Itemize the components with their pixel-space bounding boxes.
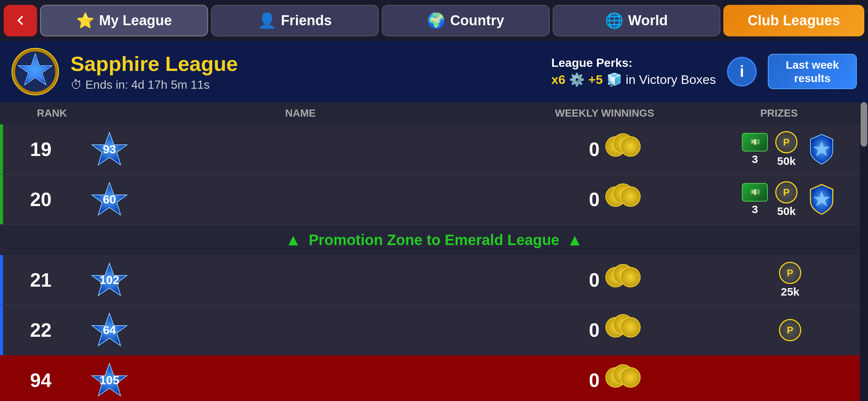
player-level: 64 — [103, 323, 116, 337]
player-avatar: 105 — [89, 360, 130, 401]
cash-value: 3 — [752, 203, 758, 216]
col-rank: RANK — [11, 107, 93, 119]
rank-cell: 94 — [0, 369, 82, 391]
name-cell: 64 — [82, 310, 519, 351]
info-button[interactable]: i — [727, 57, 757, 87]
prizes-cell: P — [712, 319, 868, 341]
timer-value: 4d 17h 5m 11s — [131, 78, 210, 92]
league-title: Sapphire League — [70, 52, 540, 76]
promotion-zone-label: Promotion Zone to Emerald League — [309, 232, 559, 248]
prize-tokens: P 50k — [775, 131, 798, 167]
rank-value: 19 — [30, 138, 52, 160]
table-body: 19 93 0 — [0, 124, 868, 401]
rank-cell: 20 — [0, 188, 82, 211]
col-winnings: WEEKLY WINNINGS — [508, 107, 701, 119]
tab-my-league-label: My League — [99, 13, 172, 29]
tokens-value: 50k — [777, 205, 796, 218]
player-avatar: 102 — [89, 260, 130, 300]
tokens-value: 50k — [777, 155, 796, 167]
sapphire-gold-badge-icon — [805, 183, 838, 216]
row-bar-blue — [0, 305, 3, 355]
name-cell: 102 — [82, 260, 519, 300]
token-icon: P — [775, 181, 798, 203]
row-bar-green — [0, 124, 3, 174]
tab-country[interactable]: 🌍 Country — [382, 5, 550, 36]
winnings-cell: 0 — [519, 367, 712, 393]
league-perks: League Perks: x6 ⚙️ +5 🧊 in Victory Boxe… — [551, 56, 716, 87]
country-icon: 🌍 — [427, 12, 445, 29]
back-button[interactable] — [4, 5, 37, 36]
player-level: 105 — [99, 374, 119, 387]
winnings-cell: 0 — [519, 186, 712, 212]
winnings-cell: 0 — [519, 317, 712, 343]
perks-row: x6 ⚙️ +5 🧊 in Victory Boxes — [551, 72, 716, 87]
table-row: 22 64 0 P — [0, 305, 868, 355]
player-avatar: 60 — [89, 179, 130, 220]
perks-suffix: in Victory Boxes — [626, 72, 716, 87]
tab-my-league[interactable]: ⭐ My League — [40, 5, 208, 36]
rank-cell: 21 — [0, 269, 82, 291]
coins-icon — [605, 186, 642, 212]
row-bar-green — [0, 175, 3, 224]
winnings-cell: 0 — [519, 267, 712, 293]
perks-title: League Perks: — [551, 56, 632, 70]
club-leagues-label: Club Leagues — [747, 13, 840, 29]
coins-icon — [605, 317, 642, 343]
rank-value: 22 — [30, 319, 52, 341]
table-row-highlighted: 94 105 0 — [0, 355, 868, 401]
winnings-value: 0 — [589, 138, 600, 160]
col-prizes: PRIZES — [701, 107, 857, 119]
scrollbar-thumb[interactable] — [861, 102, 867, 147]
tab-country-label: Country — [450, 13, 504, 29]
table-row: 20 60 0 💵 3 P 50k — [0, 175, 868, 225]
player-level: 102 — [99, 273, 119, 287]
league-header: Sapphire League ⏱ Ends in: 4d 17h 5m 11s… — [0, 41, 868, 102]
prizes-cell: 💵 3 P 50k — [712, 181, 868, 218]
name-cell: 105 — [82, 360, 519, 401]
cash-icon: 💵 — [742, 133, 768, 151]
top-navigation: ⭐ My League 👤 Friends 🌍 Country 🌐 World … — [0, 0, 868, 41]
name-cell: 60 — [82, 179, 519, 220]
cash-value: 3 — [752, 153, 758, 166]
cash-icon: 💵 — [742, 183, 768, 202]
winnings-value: 0 — [589, 269, 600, 291]
prizes-cell: 💵 3 P 50k — [712, 131, 868, 167]
perks-plus: +5 — [588, 72, 603, 87]
league-timer: ⏱ Ends in: 4d 17h 5m 11s — [70, 78, 540, 92]
token-icon: P — [779, 262, 801, 284]
player-avatar: 64 — [89, 310, 130, 351]
table-row: 19 93 0 — [0, 124, 868, 175]
friends-icon: 👤 — [258, 12, 276, 29]
tab-friends-label: Friends — [281, 13, 332, 29]
star-icon: ⭐ — [76, 12, 95, 29]
timer-label: Ends in: — [85, 78, 128, 92]
box-icon: 🧊 — [606, 72, 622, 87]
coins-icon — [605, 136, 642, 162]
perks-multiplier: x6 — [551, 72, 565, 87]
rank-cell: 22 — [0, 319, 82, 341]
club-leagues-button[interactable]: Club Leagues — [723, 5, 864, 36]
info-icon: i — [740, 63, 744, 81]
coins-icon — [605, 367, 642, 393]
tokens-value: 25k — [781, 286, 799, 298]
table-header: RANK NAME WEEKLY WINNINGS PRIZES — [0, 102, 868, 124]
player-avatar: 93 — [89, 129, 130, 170]
name-cell: 93 — [82, 129, 519, 170]
up-arrow-right-icon: ▲ — [567, 231, 583, 249]
token-icon: P — [779, 319, 801, 341]
last-week-results-button[interactable]: Last week results — [768, 54, 857, 89]
gear-icon: ⚙️ — [569, 72, 585, 87]
winnings-cell: 0 — [519, 136, 712, 162]
token-icon: P — [775, 131, 798, 153]
table-row: 21 102 0 P 25k — [0, 255, 868, 305]
prizes-cell: P 25k — [712, 262, 868, 298]
rank-cell: 19 — [0, 138, 82, 160]
world-icon: 🌐 — [605, 12, 624, 29]
league-star-icon — [11, 48, 59, 96]
tab-friends[interactable]: 👤 Friends — [211, 5, 379, 36]
tab-world[interactable]: 🌐 World — [553, 5, 721, 36]
coins-icon — [605, 267, 642, 293]
winnings-value: 0 — [589, 369, 600, 391]
last-week-label: Last week results — [786, 58, 839, 85]
league-title-section: Sapphire League ⏱ Ends in: 4d 17h 5m 11s — [70, 52, 540, 92]
